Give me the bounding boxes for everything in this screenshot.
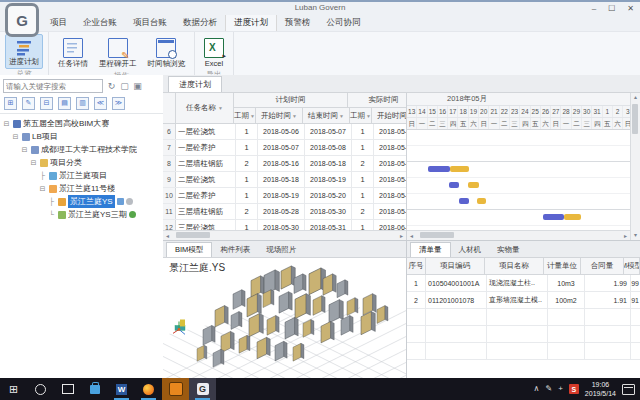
bim-3d-view[interactable] xyxy=(163,258,406,378)
scrollbar-thumb[interactable] xyxy=(632,104,638,134)
bim-viewport[interactable]: 景江兰庭.YS xyxy=(163,258,406,378)
gantt-horizontal-scrollbar[interactable]: ◂ ▸ xyxy=(407,230,630,240)
ribbon-button[interactable]: Excel xyxy=(200,34,228,70)
cortana-taskbar-button[interactable] xyxy=(27,378,54,400)
task-row[interactable]: 6一层砼浇筑12018-05-062018-05-0712018-05-08 xyxy=(163,124,406,140)
gantt-bar-actual[interactable] xyxy=(468,182,478,188)
tree-item[interactable]: ⊟第五届全国高校BIM大赛 xyxy=(0,117,163,130)
tree-item[interactable]: ⊟LB项目 xyxy=(0,130,163,143)
app-logo-icon[interactable]: G xyxy=(5,3,39,37)
tree-item[interactable]: ⊟景江兰庭11号楼 xyxy=(0,182,163,195)
filter-icon[interactable]: ▼ xyxy=(218,105,223,111)
minus-icon[interactable]: ⊟ xyxy=(11,130,20,143)
gantt-bar-actual[interactable] xyxy=(450,166,470,172)
ribbon-tab[interactable]: 公司协同 xyxy=(319,15,369,31)
filter-icon[interactable]: ▼ xyxy=(250,113,255,119)
quantity-column-header[interactable]: 计量单位 xyxy=(544,258,581,274)
tree-item[interactable]: ⊟成都理工大学工程技术学院 xyxy=(0,143,163,156)
quantity-column-header[interactable]: 合同量 xyxy=(581,258,624,274)
store-taskbar-button[interactable] xyxy=(81,378,108,400)
close-button[interactable]: ✕ xyxy=(627,3,634,15)
quantity-row[interactable]: 1010504001001A现浇混凝土柱..10m31.991.99 xyxy=(407,275,640,292)
quantity-row[interactable] xyxy=(407,309,640,326)
gantt-bar-plan[interactable] xyxy=(543,214,564,220)
quantity-row[interactable] xyxy=(407,326,640,343)
actual-start-header[interactable]: 开始时间▼ xyxy=(372,108,407,123)
gantt-bar-plan[interactable] xyxy=(428,166,449,172)
scroll-left-icon[interactable]: ◂ xyxy=(407,232,416,240)
task-row[interactable]: 7一层砼养护12018-05-072018-05-0812018-05-09 xyxy=(163,140,406,156)
gantt-bar-actual[interactable] xyxy=(564,214,581,220)
task-row[interactable]: 9二层砼浇筑12018-05-182018-05-1912018-05-20 xyxy=(163,172,406,188)
taskbar-clock[interactable]: 19:06 2019/5/14 xyxy=(585,380,616,399)
quantity-column-header[interactable]: 项目名称 xyxy=(485,258,544,274)
quantity-row[interactable]: 2011201001078直形墙混凝土模..100m21.911.91 xyxy=(407,292,640,309)
tab-人材机[interactable]: 人材机 xyxy=(451,243,490,257)
remove-node-icon[interactable]: ⊟ xyxy=(40,97,53,110)
ribbon-button[interactable]: 时间轴浏览 xyxy=(144,34,190,71)
tree-item[interactable]: ├景江兰庭YS xyxy=(0,195,163,208)
table-horizontal-scrollbar[interactable]: ◂ ▸ xyxy=(163,230,406,240)
plan-end-header[interactable]: 结束时间▼ xyxy=(303,108,350,123)
ribbon-button[interactable]: 进度计划 xyxy=(5,34,43,69)
ribbon-button[interactable]: 任务详情 xyxy=(54,34,92,71)
sogou-icon[interactable]: S xyxy=(569,384,579,394)
minus-icon[interactable]: ⊟ xyxy=(29,156,38,169)
ribbon-tab[interactable]: 项目台账 xyxy=(125,15,175,31)
ribbon-tab[interactable]: 进度计划 xyxy=(225,14,277,31)
scrollbar-thumb[interactable] xyxy=(420,232,454,238)
collapse-all-icon[interactable]: ≫ xyxy=(112,97,125,110)
luban-taskbar-button[interactable]: G xyxy=(189,378,216,400)
rename-node-icon[interactable]: ▤ xyxy=(58,97,71,110)
input-pen-icon[interactable]: ✎ xyxy=(545,384,552,394)
start-taskbar-button[interactable]: ⊞ xyxy=(0,378,27,400)
refresh-icon[interactable]: ↻ xyxy=(106,80,117,92)
add-node-icon[interactable]: ⊞ xyxy=(4,97,17,110)
minus-icon[interactable]: ⊟ xyxy=(20,143,29,156)
ribbon-button[interactable]: 里程碑开工 xyxy=(95,34,141,71)
capture-taskbar-button[interactable] xyxy=(162,378,189,400)
minus-icon[interactable]: ⊟ xyxy=(38,182,47,195)
tree-item[interactable]: └景江兰庭YS三期 xyxy=(0,208,163,221)
task-row[interactable]: 10二层砼养护12018-05-192018-05-2012018-05-21 xyxy=(163,188,406,204)
filter-icon[interactable]: ▼ xyxy=(366,113,371,119)
scroll-up-icon[interactable]: ▴ xyxy=(634,93,637,102)
scroll-right-icon[interactable]: ▸ xyxy=(621,232,630,240)
search-input[interactable] xyxy=(3,79,103,93)
scroll-right-icon[interactable]: ▸ xyxy=(397,232,406,240)
word-taskbar-button[interactable]: W xyxy=(108,378,135,400)
maximize-button[interactable]: ☐ xyxy=(608,3,615,15)
leafend-icon[interactable]: └ xyxy=(47,208,56,221)
filter-icon[interactable]: ▼ xyxy=(339,113,344,119)
gantt-bar-plan[interactable] xyxy=(449,182,459,188)
quantity-column-header[interactable]: BIM模型量 xyxy=(624,258,640,274)
task-name-header[interactable]: 任务名称 ▼ xyxy=(176,93,234,123)
filter-icon[interactable]: ▼ xyxy=(292,113,297,119)
tab-清单量[interactable]: 清单量 xyxy=(410,242,451,257)
tree-item[interactable]: ⊟项目分类 xyxy=(0,156,163,169)
edit-node-icon[interactable]: ✎ xyxy=(22,97,35,110)
plan-duration-header[interactable]: 工期▼ xyxy=(234,108,256,123)
actual-duration-header[interactable]: 工期▼ xyxy=(350,108,372,123)
list-icon[interactable]: ▥ xyxy=(76,97,89,110)
quantity-column-header[interactable]: 项目编码 xyxy=(426,258,485,274)
gantt-bar-actual[interactable] xyxy=(477,198,486,204)
action-center-icon[interactable] xyxy=(622,384,635,395)
tab-构件列表[interactable]: 构件列表 xyxy=(212,243,258,257)
expand-all-icon[interactable]: ≪ xyxy=(94,97,107,110)
minus-icon[interactable]: ⊟ xyxy=(2,117,11,130)
tab-BIM模型[interactable]: BIM模型 xyxy=(166,242,212,257)
tab-实物量[interactable]: 实物量 xyxy=(489,243,528,257)
chevron-up-icon[interactable]: ∧ xyxy=(534,384,540,394)
task-row[interactable]: 11三层墙柱钢筋22018-05-282018-05-3022018-05-30 xyxy=(163,204,406,220)
quantity-column-header[interactable]: 序号 xyxy=(407,258,426,274)
leaf-icon[interactable]: ├ xyxy=(38,169,47,182)
plus-icon[interactable]: + xyxy=(558,384,563,394)
ribbon-tab[interactable]: 预警榜 xyxy=(277,15,319,31)
window-icon[interactable]: ▢ xyxy=(119,80,130,92)
plan-start-header[interactable]: 开始时间▼ xyxy=(256,108,303,123)
layout-icon[interactable]: ▣ xyxy=(132,80,143,92)
quantity-row[interactable] xyxy=(407,343,640,360)
ribbon-tab[interactable]: 项目 xyxy=(42,15,75,31)
gantt-vertical-scrollbar[interactable]: ▴ ▾ xyxy=(630,93,640,240)
